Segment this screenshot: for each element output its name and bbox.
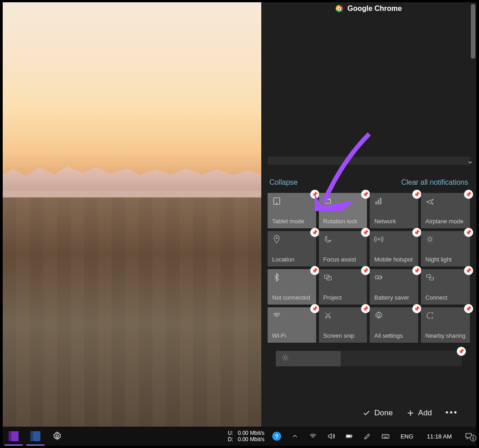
- pin-icon[interactable]: 📌: [361, 304, 370, 313]
- add-button[interactable]: Add: [406, 408, 432, 418]
- clock[interactable]: 11:18 AM: [422, 433, 456, 440]
- pin-icon[interactable]: 📌: [310, 190, 319, 199]
- tile-bluetooth[interactable]: 📌Not connected: [268, 269, 316, 305]
- tile-project[interactable]: 📌Project: [319, 269, 367, 305]
- tile-label: Battery saver: [374, 294, 414, 301]
- bluetooth-icon: [272, 273, 312, 283]
- taskbar-apps: [3, 427, 68, 446]
- pin-icon[interactable]: 📌: [310, 228, 319, 237]
- svg-rect-9: [381, 276, 382, 278]
- pin-icon[interactable]: 📌: [310, 304, 319, 313]
- tile-label: Network: [374, 218, 414, 225]
- pin-icon[interactable]: 📌: [412, 190, 421, 199]
- pin-icon[interactable]: 📌: [464, 304, 473, 313]
- tile-label: Nearby sharing: [425, 332, 465, 339]
- clear-all-link[interactable]: Clear all notifications: [401, 178, 468, 187]
- tile-network[interactable]: 📌Network: [370, 193, 418, 228]
- tile-battery[interactable]: 📌Battery saver: [370, 269, 418, 305]
- tile-label: Tablet mode: [272, 218, 312, 225]
- wifi-tray-icon[interactable]: [307, 432, 319, 440]
- pin-icon[interactable]: 📌: [464, 190, 473, 199]
- tile-label: Wi-Fi: [272, 332, 312, 339]
- keyboard-tray-icon[interactable]: [380, 432, 391, 440]
- tile-moon[interactable]: 📌Focus assist: [319, 231, 367, 266]
- svg-rect-18: [351, 436, 352, 437]
- pin-icon[interactable]: 📌: [412, 304, 421, 313]
- tile-label: Focus assist: [323, 256, 363, 263]
- tile-label: Not connected: [272, 294, 312, 301]
- airplane-icon: [425, 197, 465, 207]
- tile-airplane[interactable]: 📌Airplane mode: [421, 193, 470, 228]
- settings-taskbar-button[interactable]: [46, 427, 68, 446]
- tile-settings[interactable]: 📌All settings: [370, 307, 418, 343]
- battery-tray-icon[interactable]: [343, 432, 355, 440]
- word-icon: [30, 431, 40, 441]
- brightness-icon: [281, 354, 289, 364]
- pin-icon[interactable]: 📌: [412, 266, 421, 275]
- svg-point-5: [429, 238, 432, 241]
- action-center-tray-icon[interactable]: 1: [463, 432, 474, 440]
- svg-point-3: [276, 237, 277, 239]
- onenote-taskbar-button[interactable]: [3, 427, 24, 446]
- notification-app-title: Google Chrome: [347, 5, 402, 13]
- help-tray-icon[interactable]: ?: [271, 432, 283, 441]
- download-label: D:: [228, 436, 233, 443]
- tile-label: Mobile hotspot: [374, 256, 414, 263]
- word-taskbar-button[interactable]: [24, 427, 46, 446]
- pin-icon[interactable]: 📌: [361, 266, 370, 275]
- tile-location[interactable]: 📌Location: [268, 231, 316, 266]
- pin-icon[interactable]: 📌: [412, 228, 421, 237]
- tile-share[interactable]: 📌Nearby sharing: [421, 307, 470, 343]
- battery-icon: [374, 273, 414, 283]
- volume-tray-icon[interactable]: [325, 432, 337, 440]
- language-indicator[interactable]: ENG: [398, 433, 416, 440]
- notification-item[interactable]: [268, 157, 470, 165]
- chrome-icon: [336, 5, 343, 12]
- svg-rect-19: [347, 436, 351, 437]
- done-button[interactable]: Done: [362, 408, 393, 418]
- tile-tablet[interactable]: 📌Tablet mode: [268, 193, 316, 228]
- brightness-slider[interactable]: 📌: [276, 351, 462, 366]
- action-links-row: Collapse Clear all notifications: [261, 165, 476, 193]
- svg-point-12: [325, 317, 327, 318]
- pin-icon[interactable]: 📌: [361, 190, 370, 199]
- tile-nightlight[interactable]: 📌Night light: [421, 231, 470, 266]
- notification-app-header[interactable]: Google Chrome: [261, 2, 476, 15]
- svg-point-13: [329, 317, 330, 318]
- tray-chevron-up-icon[interactable]: [289, 432, 301, 440]
- action-center-panel: Google Chrome ⌄ Collapse Clear all notif…: [261, 2, 476, 427]
- taskbar: U: D: 0.00 Mbit/s 0.00 Mbit/s ? ENG 11:1…: [3, 427, 476, 446]
- wallpaper-mountains: [3, 163, 261, 191]
- svg-rect-11: [430, 277, 433, 280]
- tile-snip[interactable]: 📌Screen snip: [319, 307, 367, 343]
- pin-icon[interactable]: 📌: [361, 228, 370, 237]
- notification-badge: 1: [470, 435, 476, 441]
- network-stats: U: D: 0.00 Mbit/s 0.00 Mbit/s: [228, 430, 269, 443]
- tile-rotation[interactable]: 📌Rotation lock: [319, 193, 367, 228]
- download-value: 0.00 Mbit/s: [238, 436, 264, 443]
- project-icon: [323, 273, 363, 283]
- action-center-footer: Done Add •••: [261, 408, 476, 418]
- svg-point-1: [276, 203, 277, 204]
- collapse-link[interactable]: Collapse: [269, 178, 298, 187]
- pen-tray-icon[interactable]: [362, 432, 373, 440]
- upload-value: 0.00 Mbit/s: [238, 430, 264, 436]
- wallpaper-buildings: [3, 197, 261, 427]
- pin-icon[interactable]: 📌: [464, 266, 473, 275]
- tile-label: Location: [272, 256, 312, 263]
- tile-connect[interactable]: 📌Connect: [421, 269, 470, 305]
- tile-wifi[interactable]: 📌Wi-Fi: [268, 307, 316, 343]
- desktop-wallpaper[interactable]: [3, 2, 261, 427]
- rotation-icon: [323, 197, 363, 207]
- pin-icon[interactable]: 📌: [464, 228, 473, 237]
- svg-point-16: [56, 435, 59, 438]
- upload-label: U:: [228, 430, 233, 436]
- done-label: Done: [374, 409, 393, 418]
- tile-hotspot[interactable]: 📌Mobile hotspot: [370, 231, 418, 266]
- pin-icon[interactable]: 📌: [457, 347, 466, 356]
- pin-icon[interactable]: 📌: [310, 266, 319, 275]
- chevron-down-icon[interactable]: ⌄: [467, 156, 474, 166]
- tile-label: Screen snip: [323, 332, 363, 339]
- settings-icon: [374, 311, 414, 321]
- more-button[interactable]: •••: [445, 408, 458, 418]
